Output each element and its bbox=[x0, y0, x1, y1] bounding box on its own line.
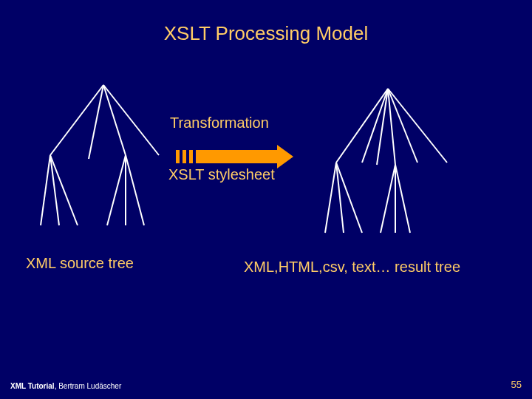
svg-line-1 bbox=[89, 85, 103, 159]
svg-line-4 bbox=[41, 155, 50, 225]
svg-line-2 bbox=[103, 85, 126, 155]
source-tree-diagram bbox=[37, 81, 170, 236]
footer-title: XML Tutorial bbox=[10, 382, 55, 390]
svg-line-0 bbox=[50, 85, 103, 155]
svg-line-7 bbox=[107, 155, 126, 225]
svg-line-12 bbox=[377, 89, 388, 165]
svg-line-16 bbox=[325, 163, 336, 233]
svg-line-13 bbox=[388, 89, 395, 165]
svg-line-11 bbox=[362, 89, 388, 163]
svg-line-3 bbox=[103, 85, 159, 155]
svg-line-21 bbox=[395, 165, 410, 233]
slide-title: XSLT Processing Model bbox=[0, 22, 532, 45]
svg-line-9 bbox=[126, 155, 144, 225]
footer-author: , Bertram Ludäscher bbox=[55, 382, 122, 390]
result-tree-label: XML,HTML,csv, text… result tree bbox=[244, 259, 460, 276]
page-number: 55 bbox=[511, 379, 522, 390]
stylesheet-label: XSLT stylesheet bbox=[168, 166, 275, 183]
svg-line-19 bbox=[381, 165, 395, 233]
source-tree-label: XML source tree bbox=[26, 255, 134, 272]
result-tree-diagram bbox=[318, 85, 458, 240]
svg-line-10 bbox=[336, 89, 388, 163]
footer-credit: XML Tutorial, Bertram Ludäscher bbox=[10, 382, 121, 390]
svg-line-14 bbox=[388, 89, 417, 163]
transformation-arrow bbox=[176, 145, 293, 168]
svg-line-15 bbox=[388, 89, 447, 163]
transformation-label: Transformation bbox=[170, 115, 269, 132]
